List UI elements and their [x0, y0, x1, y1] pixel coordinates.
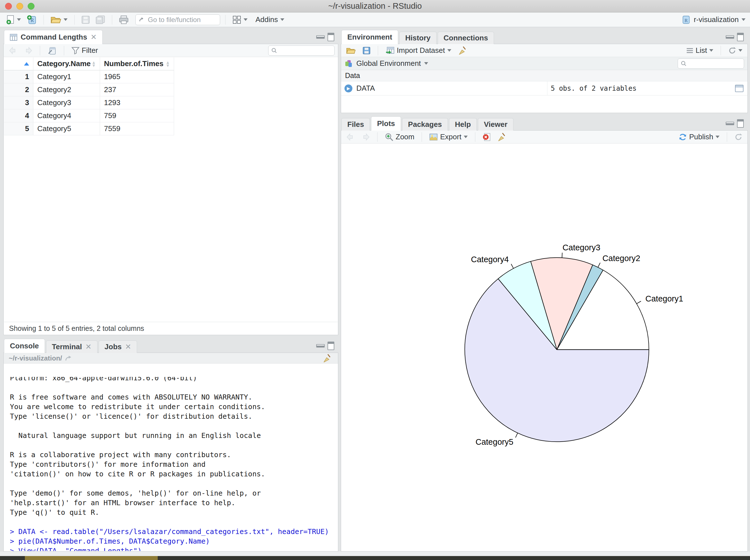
- previous-plot-button[interactable]: [344, 133, 356, 142]
- viewer-forward-button[interactable]: [22, 46, 34, 55]
- tab-console[interactable]: Console: [4, 339, 45, 353]
- minimize-pane-icon[interactable]: [726, 122, 734, 125]
- export-label: Export: [440, 133, 461, 141]
- zoom-window-button[interactable]: [28, 3, 35, 9]
- panes-layout-button[interactable]: [231, 15, 249, 25]
- tab-label: Command Lengths: [21, 33, 87, 42]
- tab-environment[interactable]: Environment: [341, 30, 398, 44]
- new-file-dropdown-caret[interactable]: [17, 18, 21, 21]
- table-row[interactable]: 2 Category2 237: [4, 83, 338, 96]
- console-output[interactable]: Platform: x86_64-apple-darwin15.6.0 (64-…: [4, 377, 338, 551]
- viewer-search-input[interactable]: [279, 47, 332, 55]
- row-number: 3: [4, 96, 33, 109]
- addins-button[interactable]: Addins: [254, 15, 286, 25]
- forward-arrow-icon: [24, 47, 33, 54]
- import-dataset-button[interactable]: Import Dataset: [384, 45, 453, 56]
- tab-jobs[interactable]: Jobs✕: [99, 340, 137, 353]
- environment-object-row[interactable]: ▶ DATA 5 obs. of 2 variables: [341, 81, 747, 96]
- filter-button[interactable]: Filter: [70, 45, 100, 56]
- save-workspace-button[interactable]: [361, 46, 372, 55]
- print-icon: [119, 15, 129, 24]
- tab-history[interactable]: History: [399, 32, 437, 44]
- panes-layout-caret[interactable]: [243, 18, 248, 21]
- popout-window-button[interactable]: [46, 45, 58, 56]
- tab-viewer[interactable]: Viewer: [478, 118, 513, 131]
- load-workspace-button[interactable]: [344, 46, 357, 55]
- tab-files[interactable]: Files: [341, 118, 370, 131]
- zoom-plot-button[interactable]: Zoom: [383, 132, 416, 142]
- remove-plot-button[interactable]: [481, 132, 492, 142]
- table-row[interactable]: 5 Category5 7559: [4, 122, 338, 135]
- maximize-pane-icon[interactable]: [737, 119, 744, 128]
- environment-scope-caret[interactable]: [424, 62, 428, 65]
- table-row[interactable]: 1 Category1 1965: [4, 71, 338, 83]
- close-icon[interactable]: ✕: [85, 342, 92, 351]
- pie-label-tick: [637, 301, 641, 304]
- console-pane: Console Terminal✕ Jobs✕ ~/r-visualizatio…: [3, 339, 338, 552]
- minimize-window-button[interactable]: [16, 3, 23, 9]
- minimize-pane-icon[interactable]: [316, 344, 325, 347]
- project-selector[interactable]: R r-visualization: [681, 15, 746, 25]
- zoom-label: Zoom: [396, 133, 414, 141]
- console-line: Type 'license()' or 'licence()' for dist…: [10, 412, 338, 421]
- sort-arrows-icon: ▲▼: [165, 61, 170, 67]
- print-button[interactable]: [117, 15, 130, 25]
- save-button[interactable]: [80, 15, 92, 25]
- clear-console-button[interactable]: [321, 353, 333, 364]
- column-header-number-of-times[interactable]: Number.of.Times▲▼: [100, 57, 174, 71]
- publish-plot-button[interactable]: Publish: [677, 132, 721, 142]
- close-icon[interactable]: ✕: [125, 342, 132, 351]
- table-icon: [10, 34, 17, 41]
- console-line: [10, 517, 338, 527]
- goto-file-search: [135, 15, 220, 25]
- open-file-button[interactable]: [49, 15, 69, 25]
- close-icon[interactable]: ✕: [91, 33, 97, 42]
- refresh-plot-button[interactable]: [733, 132, 744, 142]
- goto-file-input[interactable]: [148, 16, 216, 24]
- tab-packages[interactable]: Packages: [402, 118, 448, 131]
- maximize-pane-icon[interactable]: [328, 33, 334, 41]
- expand-object-icon[interactable]: ▶: [344, 84, 352, 93]
- console-line: R is a collaborative project with many c…: [10, 450, 338, 460]
- close-window-button[interactable]: [5, 3, 12, 9]
- window-title: ~/r-visualization - RStudio: [328, 1, 422, 11]
- table-row[interactable]: 4 Category4 759: [4, 109, 338, 122]
- search-icon: [681, 60, 687, 67]
- tab-connections[interactable]: Connections: [438, 32, 494, 44]
- environment-search-input[interactable]: [689, 60, 741, 67]
- next-plot-button[interactable]: [360, 133, 372, 142]
- tab-command-lengths[interactable]: Command Lengths ✕: [4, 30, 103, 44]
- new-file-button[interactable]: [4, 14, 23, 25]
- viewer-back-button[interactable]: [7, 46, 19, 55]
- tab-help[interactable]: Help: [449, 118, 477, 131]
- search-icon: [271, 47, 277, 54]
- row-number-header[interactable]: [4, 57, 33, 71]
- export-plot-button[interactable]: Export: [428, 132, 469, 142]
- publish-caret: [715, 136, 719, 138]
- cell-number-of-times: 237: [100, 83, 174, 96]
- cell-number-of-times: 1293: [100, 96, 174, 109]
- cell-category-name: Category4: [33, 109, 100, 122]
- maximize-pane-icon[interactable]: [328, 342, 334, 350]
- cell-category-name: Category1: [33, 71, 100, 83]
- clear-all-plots-button[interactable]: [496, 132, 508, 142]
- save-all-button[interactable]: [94, 15, 107, 25]
- minimize-pane-icon[interactable]: [726, 35, 734, 39]
- tab-plots[interactable]: Plots: [371, 116, 401, 131]
- tab-terminal[interactable]: Terminal✕: [46, 340, 98, 353]
- clear-environment-button[interactable]: [456, 45, 468, 56]
- list-mode-caret: [709, 49, 713, 52]
- column-header-category-name[interactable]: Category.Name▲▼: [33, 57, 100, 71]
- row-number: 2: [4, 83, 33, 96]
- view-data-icon[interactable]: [735, 85, 744, 92]
- minimize-pane-icon[interactable]: [316, 35, 325, 39]
- new-project-button[interactable]: R: [25, 14, 38, 26]
- open-recent-caret[interactable]: [64, 18, 67, 21]
- goto-directory-icon[interactable]: [65, 355, 72, 361]
- env-display-mode-button[interactable]: List: [685, 45, 715, 56]
- maximize-pane-icon[interactable]: [737, 33, 744, 41]
- cell-category-name: Category3: [33, 96, 100, 109]
- pie-label: Category3: [562, 243, 600, 252]
- table-row[interactable]: 3 Category3 1293: [4, 96, 338, 109]
- refresh-environment-button[interactable]: [727, 46, 744, 55]
